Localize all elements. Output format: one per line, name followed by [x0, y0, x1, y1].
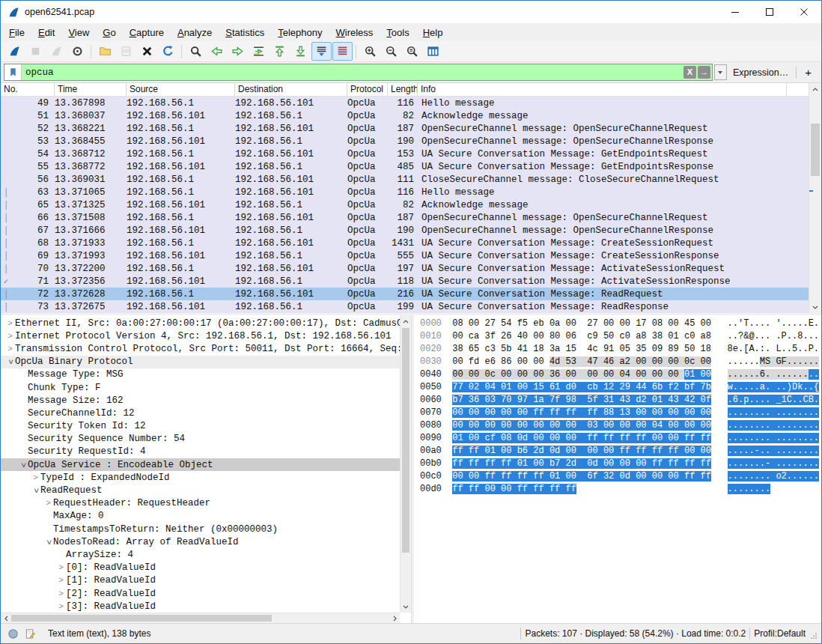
menu-analyze[interactable]: Analyze — [171, 25, 219, 40]
detail-line[interactable]: >OpcUa Service : Encodeable Object — [1, 458, 400, 471]
hex-row[interactable]: 0070 00 00 00 00 00 ff ff ff ff 88 13 00… — [420, 407, 821, 420]
expert-info-button[interactable] — [7, 628, 19, 640]
hex-row[interactable]: 0090 01 00 cf 08 0d 00 00 00 ff ff ff ff… — [420, 433, 821, 446]
capture-comment-button[interactable] — [24, 628, 37, 640]
hex-row[interactable]: 00d0 ff ff 00 00 ff ff ff ff ........ — [420, 484, 821, 496]
detail-line[interactable]: Chunk Type: F — [1, 381, 400, 394]
hex-row[interactable]: 0030 00 fd e6 86 00 00 4d 53 47 46 a2 00… — [420, 356, 821, 369]
packet-row[interactable]: │6913.371993192.168.56.101192.168.56.1Op… — [1, 249, 809, 262]
detail-hscrollbar[interactable] — [1, 613, 400, 623]
expander-icon[interactable]: > — [56, 576, 66, 585]
expander-icon[interactable]: > — [5, 332, 15, 341]
packet-row[interactable]: │6513.371325192.168.56.101192.168.56.1Op… — [1, 198, 809, 211]
packet-list-scrollbar[interactable] — [809, 83, 821, 313]
packet-row[interactable]: │7213.372628192.168.56.1192.168.56.101Op… — [1, 288, 809, 300]
filter-dropdown-button[interactable] — [714, 64, 727, 80]
hex-row[interactable]: 0060 b7 36 03 70 97 1a 7f 98 5f 31 43 d2… — [420, 395, 821, 407]
add-filter-button[interactable]: + — [798, 66, 818, 79]
detail-line[interactable]: >NodesToRead: Array of ReadValueId — [1, 535, 400, 548]
menu-statistics[interactable]: Statistics — [219, 25, 271, 40]
open-file-button[interactable] — [95, 42, 115, 61]
hex-row[interactable]: 00a0 ff ff 01 00 b6 2d 0d 00 00 00 ff ff… — [420, 446, 821, 458]
column-header-destination[interactable]: Destination — [235, 83, 347, 96]
detail-line[interactable]: Security Token Id: 12 — [1, 420, 400, 433]
go-back-button[interactable] — [207, 42, 227, 61]
column-header-info[interactable]: Info — [418, 83, 787, 96]
detail-line[interactable]: >OpcUa Binary Protocol — [1, 356, 400, 368]
capture-options-button[interactable] — [67, 42, 88, 61]
restart-capture-button[interactable] — [46, 42, 67, 61]
go-to-packet-button[interactable] — [249, 42, 269, 61]
detail-line[interactable]: >Transmission Control Protocol, Src Port… — [1, 342, 400, 355]
expander-icon[interactable]: > — [19, 460, 28, 470]
menu-tools[interactable]: Tools — [380, 25, 415, 40]
zoom-original-button[interactable] — [402, 42, 422, 61]
expander-icon[interactable]: > — [56, 602, 66, 611]
packet-row[interactable]: │6813.371933192.168.56.1192.168.56.101Op… — [1, 237, 809, 249]
zoom-out-button[interactable] — [381, 42, 401, 61]
detail-line[interactable]: >Ethernet II, Src: 0a:00:27:00:00:17 (0a… — [1, 317, 400, 329]
scroll-down-icon[interactable] — [401, 601, 411, 613]
detail-line[interactable]: >[2]: ReadValueId — [1, 587, 400, 600]
menu-edit[interactable]: Edit — [31, 25, 61, 40]
scrollbar-thumb[interactable] — [811, 124, 820, 176]
detail-line[interactable]: TimestampsToReturn: Neither (0x00000003) — [1, 523, 400, 535]
detail-line[interactable]: >ReadRequest — [1, 484, 400, 496]
column-header-length[interactable]: Length — [388, 83, 418, 96]
detail-line[interactable]: ArraySize: 4 — [1, 548, 400, 561]
detail-line[interactable]: >[1]: ReadValueId — [1, 574, 400, 587]
hex-row[interactable]: 0040 00 00 0c 00 00 00 36 00 00 00 04 00… — [420, 369, 821, 382]
zoom-in-button[interactable] — [360, 42, 380, 61]
expression-button[interactable]: Expression… — [727, 67, 794, 78]
save-file-button[interactable]: 010 — [116, 42, 136, 61]
menu-file[interactable]: File — [2, 25, 31, 40]
detail-line[interactable]: SecureChannelId: 12 — [1, 407, 400, 419]
scroll-down-icon[interactable] — [809, 301, 821, 313]
packet-row[interactable]: │7313.372675192.168.56.101192.168.56.1Op… — [1, 300, 809, 313]
expander-icon[interactable]: > — [6, 357, 15, 367]
stop-capture-button[interactable] — [25, 42, 46, 61]
maximize-button[interactable] — [752, 1, 787, 23]
go-last-button[interactable] — [290, 42, 311, 61]
packet-row[interactable]: 5613.369031192.168.56.1192.168.56.101Opc… — [1, 173, 809, 186]
hex-row[interactable]: 0010 00 ca 3f 26 40 00 80 06 c9 50 c0 a8… — [420, 331, 821, 344]
menu-telephony[interactable]: Telephony — [271, 25, 329, 40]
packet-row[interactable]: │7013.372200192.168.56.1192.168.56.101Op… — [1, 262, 809, 275]
go-forward-button[interactable] — [228, 42, 248, 61]
menu-help[interactable]: Help — [416, 25, 450, 40]
column-header-no[interactable]: No. — [1, 83, 55, 96]
scroll-up-icon[interactable] — [401, 315, 411, 327]
scrollbar-thumb[interactable] — [11, 615, 272, 622]
hex-row[interactable]: 00c0 00 00 ff ff ff ff 01 00 6f 32 0d 00… — [420, 471, 821, 484]
detail-line[interactable]: >Internet Protocol Version 4, Src: 192.1… — [1, 329, 400, 342]
menu-capture[interactable]: Capture — [123, 25, 171, 40]
hex-row[interactable]: 0050 77 02 04 01 00 15 61 d0 cb 12 29 44… — [420, 382, 821, 395]
packet-row[interactable]: │6613.371508192.168.56.1192.168.56.101Op… — [1, 211, 809, 224]
packet-row[interactable]: 5413.368712192.168.56.1192.168.56.101Opc… — [1, 148, 809, 160]
colorize-button[interactable] — [332, 42, 353, 61]
close-button[interactable] — [787, 1, 821, 23]
menu-wireless[interactable]: Wireless — [329, 25, 380, 40]
detail-line[interactable]: Message Size: 162 — [1, 394, 400, 407]
packet-row[interactable]: ✓7113.372356192.168.56.101192.168.56.1Op… — [1, 275, 809, 288]
find-packet-button[interactable] — [186, 42, 206, 61]
expander-icon[interactable]: > — [56, 563, 66, 572]
detail-line[interactable]: Security RequestId: 4 — [1, 446, 400, 458]
packet-row[interactable]: 5113.368037192.168.56.101192.168.56.1Opc… — [1, 109, 809, 122]
scroll-right-icon[interactable] — [389, 613, 400, 623]
expander-icon[interactable]: > — [5, 344, 15, 353]
hex-row[interactable]: 00b0 ff ff ff ff 01 00 b7 2d 0d 00 00 00… — [420, 458, 821, 471]
detail-line[interactable]: >TypeId : ExpandedNodeId — [1, 471, 400, 484]
expander-icon[interactable]: > — [5, 319, 15, 328]
expander-icon[interactable]: > — [44, 537, 53, 547]
packet-row[interactable]: 5313.368455192.168.56.101192.168.56.1Opc… — [1, 135, 809, 148]
filter-input[interactable] — [22, 64, 684, 80]
filter-clear-button[interactable]: X — [684, 66, 696, 79]
scrollbar-thumb[interactable] — [402, 328, 410, 553]
go-first-button[interactable] — [270, 42, 290, 61]
expander-icon[interactable]: > — [31, 473, 40, 482]
hex-row[interactable]: 0020 38 65 c3 5b 41 18 3a 15 4c 91 05 35… — [420, 344, 821, 356]
detail-line[interactable]: >[3]: ReadValueId — [1, 600, 400, 613]
menu-go[interactable]: Go — [96, 25, 122, 40]
packet-row[interactable]: 5213.368221192.168.56.1192.168.56.101Opc… — [1, 122, 809, 135]
